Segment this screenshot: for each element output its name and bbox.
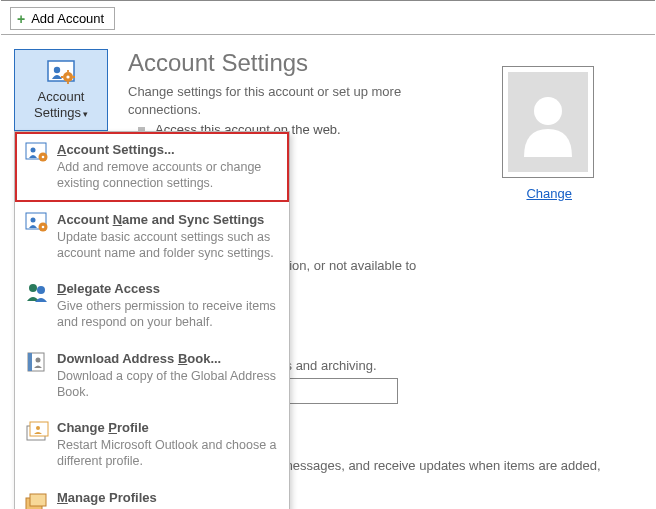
svg-point-24 [36, 426, 40, 430]
svg-point-18 [37, 286, 45, 294]
account-settings-dropdown-button[interactable]: Account Settings▾ [14, 49, 108, 131]
svg-rect-20 [28, 353, 32, 371]
svg-point-8 [534, 97, 562, 125]
svg-point-1 [54, 67, 60, 73]
svg-point-17 [29, 284, 37, 292]
svg-point-21 [36, 357, 41, 362]
menu-item-desc: Restart Microsoft Outlook and choose a d… [57, 437, 279, 470]
window-top-border [1, 0, 655, 1]
svg-point-12 [42, 156, 45, 159]
account-settings-icon [23, 142, 51, 192]
address-book-icon [23, 351, 51, 401]
page-description: Change settings for this account or set … [128, 83, 428, 118]
delegate-access-icon [23, 281, 51, 331]
svg-point-14 [31, 217, 36, 222]
svg-point-16 [42, 225, 45, 228]
menu-item-account-settings[interactable]: Account Settings... Add and remove accou… [15, 132, 289, 202]
account-settings-icon [46, 59, 76, 85]
menu-item-title: Account Name and Sync Settings [57, 212, 279, 227]
manage-profiles-icon [23, 490, 51, 510]
menu-item-delegate-access[interactable]: Delegate Access Give others permission t… [15, 271, 289, 341]
account-settings-menu: Account Settings... Add and remove accou… [14, 131, 290, 509]
menu-item-title: Delegate Access [57, 281, 279, 296]
toolbar-separator [1, 34, 655, 35]
menu-item-title: Download Address Book... [57, 351, 279, 366]
avatar-placeholder-icon [508, 72, 588, 172]
menu-item-desc: Update basic account settings such as ac… [57, 229, 279, 262]
menu-item-title: Manage Profiles [57, 490, 279, 505]
add-account-label: Add Account [31, 11, 104, 26]
menu-item-desc: Give others permission to receive items … [57, 298, 279, 331]
menu-item-change-profile[interactable]: Change Profile Restart Microsoft Outlook… [15, 410, 289, 480]
plus-icon: + [17, 12, 25, 26]
sync-settings-icon [23, 212, 51, 262]
menu-item-download-address-book[interactable]: Download Address Book... Download a copy… [15, 341, 289, 411]
change-profile-icon [23, 420, 51, 470]
menu-item-title: Change Profile [57, 420, 279, 435]
menu-item-manage-profiles[interactable]: Manage Profiles Add and remove profiles … [15, 480, 289, 510]
menu-item-desc: Download a copy of the Global Address Bo… [57, 368, 279, 401]
add-account-button[interactable]: + Add Account [10, 7, 115, 30]
menu-item-desc: Add and remove accounts or change existi… [57, 159, 279, 192]
menu-item-name-sync[interactable]: Account Name and Sync Settings Update ba… [15, 202, 289, 272]
svg-point-10 [31, 148, 36, 153]
menu-item-title: Account Settings... [57, 142, 279, 157]
svg-point-3 [66, 76, 69, 79]
account-settings-button-label: Account Settings▾ [34, 89, 88, 120]
chevron-down-icon: ▾ [83, 109, 88, 119]
svg-rect-26 [30, 494, 46, 506]
account-avatar [502, 66, 594, 178]
change-photo-link[interactable]: Change [526, 186, 572, 201]
